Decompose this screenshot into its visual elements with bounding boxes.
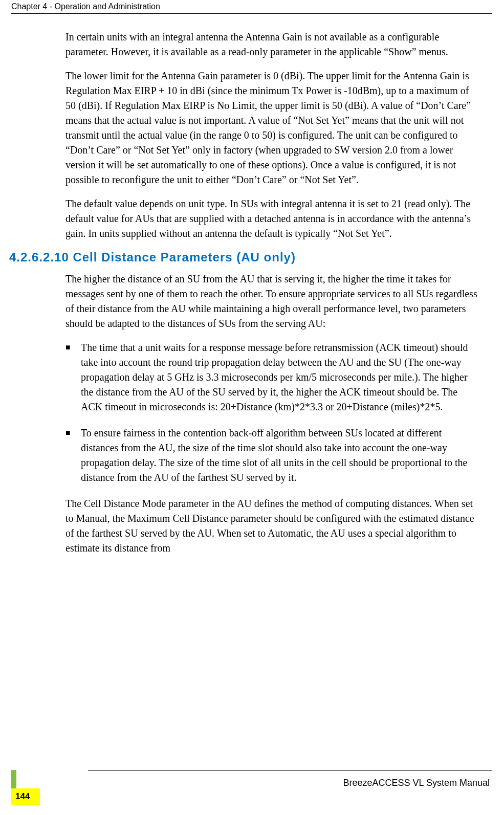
bullet-list: ■ The time that a unit waits for a respo… — [65, 340, 480, 485]
paragraph: In certain units with an integral antenn… — [65, 30, 480, 59]
section-number: 4.2.6.2.10 — [9, 250, 69, 264]
list-item-text: To ensure fairness in the contention bac… — [81, 426, 480, 485]
paragraph: The higher the distance of an SU from th… — [65, 272, 480, 331]
paragraph: The Cell Distance Mode parameter in the … — [65, 496, 480, 556]
paragraph: The lower limit for the Antenna Gain par… — [65, 69, 480, 187]
page-number: 144 — [15, 791, 30, 802]
bullet-marker-icon: ■ — [65, 426, 81, 485]
list-item: ■ The time that a unit waits for a respo… — [65, 340, 480, 414]
list-item-text: The time that a unit waits for a respons… — [81, 340, 480, 414]
chapter-header: Chapter 4 - Operation and Administration — [11, 2, 160, 11]
bullet-marker-icon: ■ — [65, 340, 81, 414]
section-title: Cell Distance Parameters (AU only) — [73, 250, 295, 264]
paragraph: The default value depends on unit type. … — [65, 196, 480, 241]
content-area: In certain units with an integral antenn… — [65, 30, 480, 565]
footer-rule — [88, 770, 492, 771]
header-rule — [11, 13, 492, 14]
section-heading: 4.2.6.2.10 Cell Distance Parameters (AU … — [9, 250, 480, 265]
list-item: ■ To ensure fairness in the contention b… — [65, 426, 480, 485]
side-accent — [11, 770, 16, 788]
page: Chapter 4 - Operation and Administration… — [0, 0, 504, 815]
manual-title: BreezeACCESS VL System Manual — [343, 778, 490, 788]
